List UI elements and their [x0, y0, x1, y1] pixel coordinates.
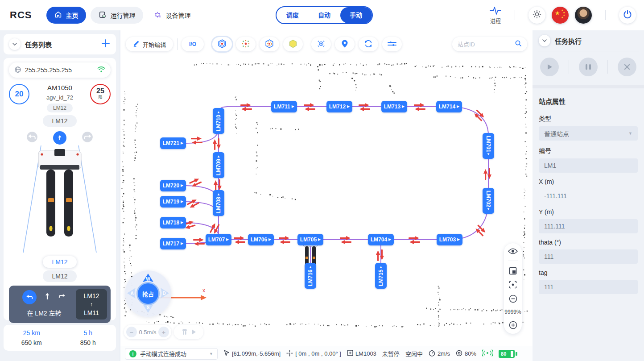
task-play-button[interactable] — [540, 58, 559, 76]
y-field-input[interactable] — [544, 223, 632, 230]
collapse-task-list-button[interactable] — [9, 38, 21, 50]
nav-devices[interactable]: 设备管理 — [146, 7, 198, 24]
filter-button[interactable] — [382, 37, 402, 51]
forward-arrow-icon[interactable] — [53, 131, 66, 145]
zoom-in-button[interactable] — [509, 321, 517, 329]
station-target-button[interactable] — [260, 37, 279, 51]
fit-view-button[interactable] — [509, 267, 517, 275]
mode-manual[interactable]: 手动 — [340, 7, 372, 23]
refresh-button[interactable] — [359, 37, 378, 51]
language-flag-button[interactable]: ★ ★ ★ ★ ★ — [552, 7, 569, 24]
station-normal-button[interactable] — [212, 37, 232, 51]
station-search-input[interactable] — [458, 41, 511, 48]
manual-speed-control: − 0.5m/s + — [124, 325, 171, 339]
nav-home[interactable]: 主页 — [46, 7, 86, 24]
start-edit-button[interactable]: 开始编辑 — [126, 37, 173, 51]
path-direction-arrows — [339, 236, 352, 246]
station-id-field[interactable] — [539, 158, 638, 173]
theme-toggle[interactable] — [528, 7, 545, 24]
mode-dispatch[interactable]: 调度 — [277, 7, 308, 23]
search-icon[interactable] — [515, 40, 522, 49]
task-execution-panel: 任务执行 站点属性 类型普通站点▼编号X (m)-111.111Y (m)tha… — [533, 30, 644, 361]
task-exec-title: 任务执行 — [555, 36, 638, 46]
turn-left-ghost-icon[interactable] — [26, 131, 38, 145]
tag-field[interactable] — [539, 280, 638, 294]
app-logo: RCS — [10, 9, 32, 21]
turn-left-icon — [22, 290, 37, 304]
task-list-title: 任务列表 — [25, 40, 96, 49]
pause-state: 未暂停 — [382, 349, 400, 358]
path-direction-arrows — [408, 236, 421, 246]
type-select-label: 类型 — [539, 108, 638, 126]
svg-text:A: A — [130, 291, 133, 296]
process-button[interactable]: 进程 — [490, 6, 501, 25]
station-area-button[interactable] — [283, 37, 303, 51]
map-station-node-LM716[interactable]: ▲LM716 — [305, 263, 316, 289]
task-pause-button[interactable] — [579, 58, 598, 76]
map-station-node-LM712[interactable]: LM712▶ — [326, 101, 352, 112]
location-pin-button[interactable] — [335, 37, 355, 51]
map-station-node-LM703[interactable]: LM703▶ — [437, 234, 462, 245]
seize-control-button[interactable]: 抢占 — [136, 282, 160, 305]
center-robot-button[interactable] — [509, 281, 517, 289]
map-station-node-LM718[interactable]: LM718▶ — [160, 217, 186, 228]
map-station-node-LM707[interactable]: LM707▶ — [206, 234, 231, 245]
robot-card[interactable]: 255.255.255.255 20 AM1050 agv_id_72 LM12… — [4, 58, 116, 320]
map-area[interactable]: LM711▶LM712▶LM713▶LM714▶▲LM710LM721▶▲LM7… — [120, 30, 533, 361]
tag-field-label: tag — [539, 264, 638, 280]
map-station-node-LM708[interactable]: ▲LM708 — [213, 190, 224, 216]
map-station-node-LM719[interactable]: LM719▶ — [160, 196, 186, 207]
path-direction-arrows — [190, 136, 203, 147]
mode-switcher: 调度 自动 手动 — [276, 6, 373, 24]
task-cancel-button[interactable] — [618, 58, 636, 76]
user-avatar[interactable] — [575, 7, 592, 24]
mode-auto[interactable]: 自动 — [308, 7, 340, 23]
chevron-down-icon: ▼ — [209, 352, 213, 356]
speed-plus-button[interactable]: + — [158, 327, 169, 337]
y-field[interactable] — [539, 219, 638, 233]
nav-operations-label: 运行管理 — [110, 11, 135, 20]
map-station-node-LM720[interactable]: LM720▶ — [160, 180, 186, 191]
add-task-button[interactable] — [101, 38, 111, 50]
radar-button[interactable] — [311, 37, 331, 51]
turn-right-ghost-icon[interactable] — [82, 131, 93, 145]
map-station-node-LM714[interactable]: LM714▶ — [436, 101, 462, 112]
nav-instruction-text: 在 LM2 左转 — [27, 308, 61, 317]
logout-button[interactable] — [619, 7, 636, 24]
theta-field-input[interactable] — [544, 253, 632, 260]
map-station-node-LM706[interactable]: LM706▶ — [248, 234, 274, 245]
theta-field[interactable] — [539, 249, 638, 264]
speed-minus-button[interactable]: − — [126, 327, 137, 337]
map-station-node-LM721[interactable]: LM721▶ — [160, 137, 186, 149]
nav-operations[interactable]: 运行管理 — [91, 7, 143, 24]
map-station-node-LM711[interactable]: LM711▶ — [271, 101, 297, 112]
station-scatter-button[interactable] — [236, 37, 256, 51]
map-station-node-LM704[interactable]: LM704▶ — [368, 234, 394, 245]
map-station-node-LM715[interactable]: ▲LM715 — [375, 263, 387, 289]
map-station-node-LM710[interactable]: ▲LM710 — [213, 108, 224, 134]
joystick-left-button[interactable]: A — [127, 286, 136, 301]
navigation-instruction-panel: 在 LM2 左转 LM12 ↑ LM11 — [9, 286, 111, 323]
robot-ip-row: 255.255.255.255 — [9, 62, 111, 78]
map-station-node-LM709[interactable]: ▲LM709 — [213, 152, 224, 178]
type-select[interactable]: 普通站点▼ — [539, 126, 638, 141]
globe-icon — [14, 66, 21, 75]
station-id-field-input[interactable] — [544, 162, 632, 169]
connection-message[interactable]: i 手动模式连接成功 ▼ — [125, 348, 218, 360]
map-station-node-LM705[interactable]: LM705▶ — [297, 234, 323, 245]
map-station-node-LM701[interactable]: LM701▼ — [483, 133, 494, 159]
collapse-task-exec-button[interactable] — [539, 35, 550, 46]
map-station-node-LM713[interactable]: LM713▶ — [381, 101, 407, 112]
tag-field-input[interactable] — [544, 283, 632, 290]
nav-home-label: 主页 — [66, 11, 78, 20]
visibility-button[interactable] — [508, 248, 518, 255]
map-station-node-LM717[interactable]: LM717▶ — [160, 238, 186, 249]
map-station-node-LM702[interactable]: LM702▼ — [483, 188, 494, 214]
io-button[interactable]: I/O — [182, 37, 204, 51]
fork-action-button[interactable] — [174, 325, 203, 339]
zoom-out-button[interactable] — [509, 295, 517, 303]
path-direction-arrows — [233, 236, 246, 246]
map-view-controls: 9999% — [504, 243, 522, 334]
pointer-coords: [61.099m,-5.656m] — [232, 350, 281, 357]
joystick-right-button[interactable]: D — [160, 286, 169, 301]
